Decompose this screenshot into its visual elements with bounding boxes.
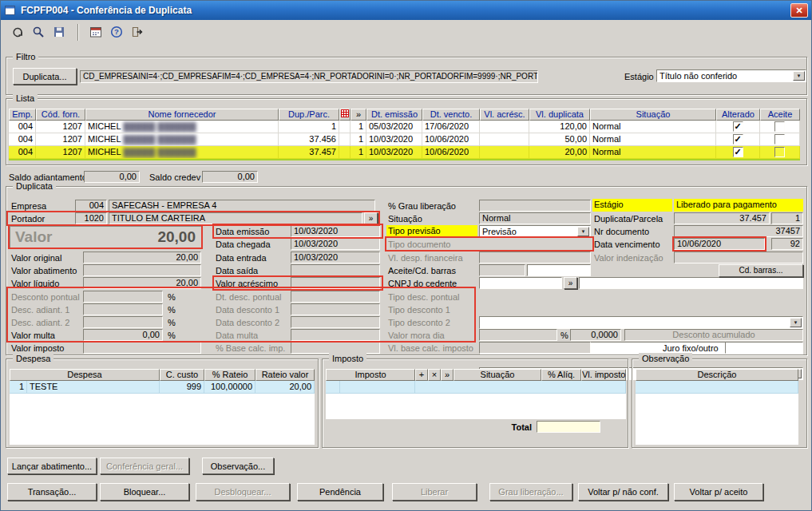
cell-aceite — [760, 133, 800, 146]
lancar-abatimento-button[interactable]: Lançar abatimento... — [7, 458, 97, 474]
valor-label: Valor — [15, 228, 52, 246]
tipo-desc-pontual-label: Tipo desc. pontual — [388, 291, 459, 303]
exit-button[interactable] — [127, 22, 147, 42]
cell-cod: 1207 — [36, 146, 85, 159]
undo-icon — [11, 26, 24, 40]
search-button[interactable] — [28, 22, 48, 42]
header-aceite[interactable]: Aceite — [760, 109, 800, 121]
cell-nome: MICHEL ▓▓▓▓▓ ▓▓▓▓▓▓ — [85, 133, 279, 146]
duplicata-filter-button[interactable]: Duplicata... — [13, 68, 77, 85]
aceite-field[interactable] — [479, 264, 525, 276]
voltar-aceito-button[interactable]: Voltar p/ aceito — [674, 483, 763, 501]
nr-documento-field[interactable]: 37457 — [674, 225, 803, 237]
header-descricao[interactable]: Descrição — [636, 369, 798, 381]
imposto-row[interactable] — [326, 381, 626, 394]
add-icon[interactable]: + — [415, 369, 428, 381]
header-alterado[interactable]: Alterado — [716, 109, 760, 121]
empresa-code-field[interactable]: 004 — [75, 200, 107, 212]
estagio-value-field: Liberado para pagamento — [674, 199, 803, 212]
empresa-label: Empresa — [11, 200, 46, 212]
header-vl-acresc[interactable]: Vl. acrésc. — [480, 109, 529, 121]
header-vl-duplicata[interactable]: Vl. duplicata — [529, 109, 590, 121]
close-button[interactable]: ✕ — [790, 3, 808, 18]
header-situacao[interactable]: Situação — [590, 109, 716, 121]
observacao-button[interactable]: Observação... — [202, 458, 274, 474]
filter-expression-field[interactable]: CD_EMPRESAINI=4·;CD_EMPRESAFIM=4·;CD_EMP… — [80, 70, 538, 83]
header-aliq[interactable]: % Alíq. — [541, 369, 581, 381]
cell-alterado: ✓ — [716, 146, 760, 159]
alterado-checkbox[interactable]: ✓ — [733, 147, 743, 157]
header-rateio-valor[interactable]: Rateio valor — [255, 369, 315, 381]
header-emp[interactable]: Emp. — [9, 109, 36, 121]
cell-vencto: 10/06/2020 — [422, 133, 480, 146]
observacao-header-row: Descrição — [636, 369, 798, 381]
tipo-previsao-combo[interactable]: Previsão ▼ — [479, 225, 591, 238]
header-imposto[interactable]: Imposto — [326, 369, 415, 381]
header-situacao-imposto[interactable]: Situação — [454, 369, 541, 381]
aceite-checkbox[interactable] — [774, 134, 785, 145]
valor-liquido-label: Valor líquido — [11, 278, 59, 289]
cnpj-cedente-field[interactable] — [479, 277, 562, 289]
valor-value: 20,00 — [157, 228, 196, 246]
desc-adiant2-field — [83, 316, 163, 328]
alterado-checkbox[interactable]: ✓ — [733, 121, 743, 132]
save-button[interactable] — [49, 22, 69, 42]
cell-situacao: Normal — [590, 146, 716, 159]
table-row[interactable]: 004 1207 MICHEL ▓▓▓▓▓ ▓▓▓▓▓▓ 37.456 1 10… — [9, 133, 800, 146]
undo-button[interactable] — [7, 22, 27, 42]
saldo-credev-label: Saldo credev — [149, 172, 200, 183]
estagio-filter-combo[interactable]: Título não conferido ▼ — [656, 69, 806, 82]
chevron-down-icon[interactable]: ▼ — [790, 318, 802, 327]
situacao-label: Situação — [388, 213, 422, 224]
cell-emp: 004 — [9, 146, 36, 159]
delete-icon[interactable]: × — [428, 369, 441, 381]
liberar-button: Liberar — [392, 483, 477, 501]
tipo-desc-pontual-combo[interactable]: ▼ — [479, 316, 803, 329]
lookup-icon[interactable]: » — [441, 369, 454, 381]
calendar-icon — [89, 26, 102, 40]
header-dt-emissao[interactable]: Dt. emissão — [366, 109, 422, 121]
nr-documento-label: Nr documento — [594, 226, 649, 237]
portador-code-field[interactable]: 1020 — [75, 212, 107, 224]
data-entrada-field: 10/03/2020 — [291, 252, 380, 263]
header-despesa[interactable]: Despesa — [10, 369, 160, 381]
despesa-row[interactable]: 1 TESTE 999 100,00000 20,00 — [10, 381, 315, 394]
header-cod-forn[interactable]: Cód. forn. — [36, 109, 85, 121]
transacao-button[interactable]: Transação... — [7, 483, 97, 501]
estagio-filter-label: Estágio — [624, 71, 654, 82]
calendar-button[interactable] — [85, 22, 105, 42]
alterado-checkbox[interactable]: ✓ — [733, 134, 743, 145]
observacao-row[interactable] — [636, 381, 798, 394]
estagio-label: Estágio — [592, 199, 672, 212]
header-nome-fornecedor[interactable]: Nome fornecedor — [85, 109, 279, 121]
header-flag[interactable] — [339, 109, 351, 121]
help-button[interactable]: ? — [106, 22, 126, 42]
aceite-checkbox[interactable] — [774, 121, 785, 132]
chevron-down-icon[interactable]: ▼ — [793, 71, 805, 81]
cnpj-lookup-button[interactable]: » — [564, 277, 577, 289]
pendencia-button[interactable]: Pendência — [297, 483, 383, 501]
cd-barras-button[interactable]: Cd. barras... — [719, 264, 803, 277]
aceite-checkbox[interactable] — [774, 147, 785, 157]
chevron-down-icon[interactable]: ▼ — [577, 227, 589, 236]
header-rateio[interactable]: % Rateio — [204, 369, 255, 381]
voltar-nao-conf-button[interactable]: Voltar p/ não conf. — [578, 483, 668, 501]
cell-emissao: 10/03/2020 — [366, 146, 422, 159]
header-dup-parc[interactable]: Dup./Parc. — [279, 109, 339, 121]
table-row[interactable]: 004 1207 MICHEL ▓▓▓▓▓ ▓▓▓▓▓▓ 1 1 05/03/2… — [9, 121, 800, 133]
bloquear-button[interactable]: Bloquear... — [100, 483, 189, 501]
observacao-legend: Observação — [639, 353, 692, 364]
nome-redacted: ▓▓▓▓▓ ▓▓▓▓▓▓ — [123, 134, 196, 144]
cd-barras-field[interactable] — [527, 264, 591, 276]
valor-field[interactable]: Valor 20,00 — [8, 224, 203, 249]
header-parcela[interactable]: » — [351, 109, 366, 121]
juro-fixo-field[interactable] — [725, 342, 803, 354]
cell-vl-duplicata: 20,00 — [529, 146, 590, 159]
header-dt-vencto[interactable]: Dt. vencto. — [422, 109, 480, 121]
header-vl-imposto[interactable]: Vl. imposto — [581, 369, 626, 381]
table-row-selected[interactable]: 004 1207 MICHEL ▓▓▓▓▓ ▓▓▓▓▓▓ 37.457 1 10… — [9, 146, 800, 159]
despesa-empty-area — [10, 394, 315, 445]
save-icon — [53, 26, 65, 40]
header-c-custo[interactable]: C. custo — [160, 369, 204, 381]
portador-lookup-button[interactable]: » — [364, 212, 378, 224]
